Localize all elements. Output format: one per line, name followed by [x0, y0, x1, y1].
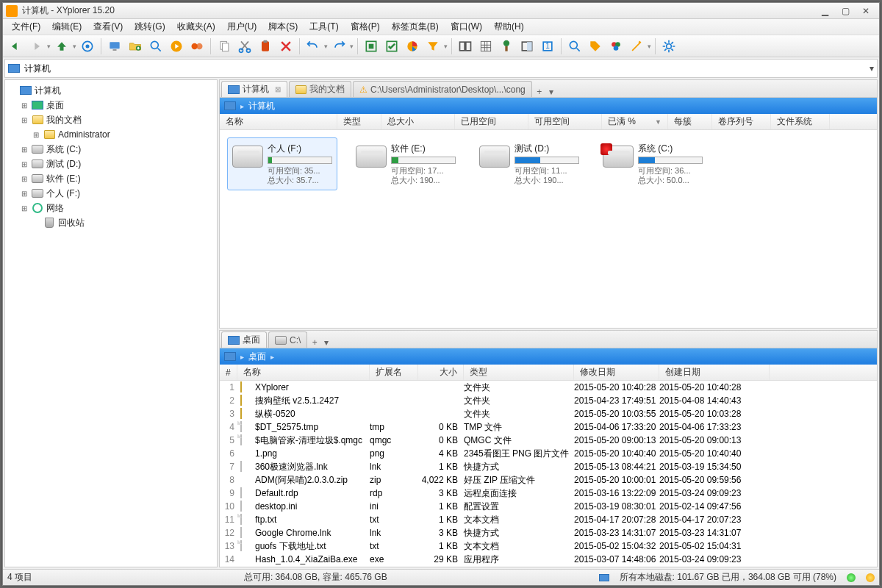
color-button[interactable]	[606, 37, 625, 56]
tab-close-icon[interactable]: ⊠	[275, 85, 281, 93]
file-row[interactable]: 8ADM(阿呆喵)2.0.3.0.zipzip4,022 KB好压 ZIP 压缩…	[220, 473, 877, 487]
file-row[interactable]: 4$DT_52575.tmptmp0 KBTMP 文件2015-04-06 17…	[220, 420, 877, 434]
menu-item[interactable]: 标签页集(B)	[386, 19, 445, 35]
sync-button[interactable]	[187, 37, 207, 56]
column-header[interactable]: 已满 %▼	[602, 114, 668, 129]
file-row[interactable]: 11ftp.txttxt1 KB文本文档2015-04-17 20:07:282…	[220, 513, 877, 526]
menu-item[interactable]: 窗格(P)	[345, 19, 386, 35]
expander-icon[interactable]: ⊞	[20, 146, 29, 154]
column-header[interactable]: 总大小	[381, 114, 455, 129]
menu-item[interactable]: 文件(F)	[6, 19, 46, 35]
settings-button[interactable]	[659, 37, 678, 56]
file-row[interactable]: 9Default.rdprdp3 KB远程桌面连接2015-03-16 13:2…	[220, 487, 877, 500]
expander-icon[interactable]: ⊞	[20, 175, 29, 183]
tree-item[interactable]: ⊞软件 (E:)	[5, 171, 217, 186]
tree-item[interactable]: 回收站	[5, 215, 217, 230]
column-header[interactable]: 类型	[337, 114, 381, 129]
delete-button[interactable]	[276, 37, 295, 56]
tree-item[interactable]: ⊞Administrator	[5, 127, 217, 142]
drive-card[interactable]: 系统 (C:)可用空间: 36...总大小: 50.0...	[598, 137, 708, 190]
column-header[interactable]: 名称	[220, 114, 337, 129]
menu-item[interactable]: 收藏夹(A)	[171, 19, 221, 35]
col-create[interactable]: 创建日期	[659, 365, 770, 380]
col-mod[interactable]: 修改日期	[574, 365, 659, 380]
tab[interactable]: 桌面	[221, 331, 267, 348]
menu-item[interactable]: 工具(T)	[304, 19, 344, 35]
wand-button[interactable]	[627, 37, 646, 56]
tree-item[interactable]: ⊞桌面	[5, 98, 217, 112]
col-type[interactable]: 类型	[464, 365, 574, 380]
cut-button[interactable]	[235, 37, 254, 56]
panes-button[interactable]	[456, 37, 475, 56]
file-row[interactable]: 2搜狗壁纸 v2.5.1.2427文件夹2015-04-23 17:49:512…	[220, 394, 877, 407]
tree-item[interactable]: ⊞个人 (F:)	[5, 186, 217, 201]
expander-icon[interactable]: ⊞	[20, 160, 29, 168]
find-button[interactable]	[565, 37, 584, 56]
file-list[interactable]: 1XYplorer文件夹2015-05-20 10:40:282015-05-2…	[220, 381, 877, 567]
paste-button[interactable]	[256, 37, 275, 56]
expander-icon[interactable]: ⊞	[20, 116, 29, 124]
col-ext[interactable]: 扩展名	[370, 365, 418, 380]
add-tab-button[interactable]: +	[534, 87, 545, 97]
file-row[interactable]: 13guofs 下载地址.txttxt1 KB文本文档2015-05-02 15…	[220, 539, 877, 553]
undo-button[interactable]	[304, 37, 323, 56]
column-header[interactable]: 已用空间	[455, 114, 528, 129]
search-button[interactable]	[146, 37, 165, 56]
filter-button[interactable]	[423, 37, 442, 56]
tab[interactable]: 我的文档	[289, 81, 351, 97]
new-folder-button[interactable]	[126, 37, 145, 56]
drive-card[interactable]: 个人 (F:)可用空间: 35...总大小: 35.7...	[227, 137, 337, 190]
back-button[interactable]	[6, 37, 25, 56]
up-button[interactable]	[52, 37, 71, 56]
file-row[interactable]: 14Hash_1.0.4_XiaZaiBa.exeexe29 KB应用程序201…	[220, 553, 877, 566]
col-name[interactable]: 名称	[237, 365, 370, 380]
drive-card[interactable]: 测试 (D:)可用空间: 11...总大小: 190...	[474, 137, 584, 190]
column-header[interactable]: 每簇	[668, 114, 712, 129]
redo-button[interactable]	[329, 37, 348, 56]
address-bar[interactable]: 计算机 ▾	[4, 59, 878, 78]
tree-button[interactable]	[497, 37, 516, 56]
expander-icon[interactable]: ⊞	[20, 204, 29, 212]
file-row[interactable]: 61.pngpng4 KB2345看图王 PNG 图片文件2015-05-20 …	[220, 447, 877, 460]
col-num[interactable]: #	[220, 365, 237, 380]
close-button[interactable]: ✕	[856, 5, 876, 17]
tree-item[interactable]: ⊞网络	[5, 201, 217, 215]
copy-button[interactable]	[215, 37, 234, 56]
tree-item[interactable]: ⊞系统 (C:)	[5, 142, 217, 157]
tree-item[interactable]: ⊞测试 (D:)	[5, 157, 217, 171]
select-mode-button[interactable]	[362, 37, 381, 56]
add-tab-button[interactable]: +	[309, 337, 320, 348]
expander-icon[interactable]: ⊞	[20, 101, 29, 110]
pane1-button[interactable]: 1	[538, 37, 557, 56]
chart-button[interactable]	[403, 37, 422, 56]
preview-button[interactable]	[517, 37, 537, 56]
check-button[interactable]	[382, 37, 401, 56]
file-row[interactable]: 10desktop.iniini1 KB配置设置2015-03-19 08:30…	[220, 500, 877, 513]
expander-icon[interactable]: ⊞	[20, 190, 29, 198]
menu-item[interactable]: 查看(V)	[87, 19, 129, 35]
bottom-path-bar[interactable]: ▸ 桌面 ▸	[220, 348, 877, 365]
column-header[interactable]: 卷序列号	[712, 114, 771, 129]
file-row[interactable]: 12Google Chrome.lnklnk3 KB快捷方式2015-03-23…	[220, 526, 877, 539]
maximize-button[interactable]: ▢	[835, 5, 856, 17]
menu-item[interactable]: 用户(U)	[221, 19, 263, 35]
top-path-bar[interactable]: ▸ 计算机	[220, 98, 877, 114]
file-column-header[interactable]: # 名称 扩展名 大小 类型 修改日期 创建日期	[220, 365, 877, 381]
file-row[interactable]: 7360极速浏览器.lnklnk1 KB快捷方式2015-05-13 08:44…	[220, 460, 877, 473]
menu-item[interactable]: 窗口(W)	[445, 19, 488, 35]
minimize-button[interactable]: ▁	[814, 5, 835, 17]
tab[interactable]: ⚠C:\Users\Administrator\Desktop\...\cong	[353, 81, 532, 97]
grid-button[interactable]	[476, 37, 495, 56]
top-column-header[interactable]: 名称类型总大小已用空间可用空间已满 %▼每簇卷序列号文件系统	[220, 114, 877, 130]
tree-item[interactable]: ⊞我的文档	[5, 112, 217, 127]
tag-button[interactable]	[586, 37, 605, 56]
tab-menu-button[interactable]: ▾	[545, 87, 557, 97]
tab[interactable]: C:\	[268, 331, 307, 348]
dropdown-caret-icon[interactable]: ▾	[870, 63, 874, 74]
file-row[interactable]: 1XYplorer文件夹2015-05-20 10:40:282015-05-2…	[220, 381, 877, 394]
computer-button[interactable]	[105, 37, 124, 56]
run-button[interactable]	[167, 37, 186, 56]
file-row[interactable]: 3纵横-0520文件夹2015-05-20 10:03:552015-05-20…	[220, 407, 877, 420]
tab[interactable]: 计算机⊠	[221, 81, 287, 97]
drive-card[interactable]: 软件 (E:)可用空间: 17...总大小: 190...	[351, 137, 461, 190]
